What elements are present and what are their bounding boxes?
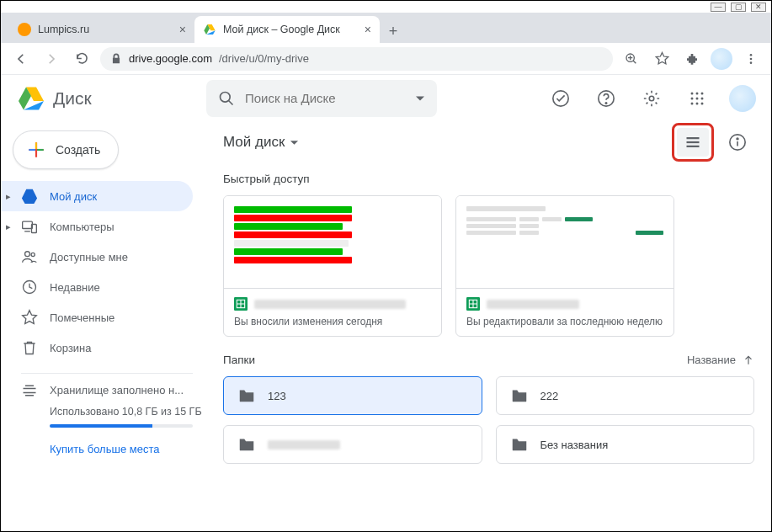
list-icon <box>684 135 701 150</box>
file-title-blurred <box>487 300 579 309</box>
folder-icon <box>510 435 529 454</box>
search-input[interactable] <box>245 91 405 105</box>
expand-icon[interactable]: ▸ <box>6 191 11 202</box>
svg-point-12 <box>691 97 694 99</box>
folder-name: Без названия <box>540 439 609 451</box>
nav-label: Мой диск <box>50 190 97 203</box>
nav-label: Доступные мне <box>50 251 128 263</box>
create-label: Создать <box>56 143 100 157</box>
nav-label: Компьютеры <box>50 221 114 233</box>
svg-point-7 <box>605 102 606 103</box>
account-avatar[interactable] <box>729 85 756 112</box>
tab-close-button[interactable]: × <box>365 23 371 36</box>
svg-point-4 <box>221 92 231 102</box>
lock-icon <box>110 53 122 65</box>
folder-item[interactable]: 222 <box>496 376 755 415</box>
browser-tab-lumpics[interactable]: Lumpics.ru × <box>9 16 194 43</box>
buy-storage-link[interactable]: Купить больше места <box>50 443 206 455</box>
svg-point-30 <box>737 138 738 140</box>
expand-icon[interactable]: ▸ <box>6 221 11 232</box>
chevron-down-icon <box>290 138 299 147</box>
settings-button[interactable] <box>635 82 668 115</box>
svg-rect-27 <box>687 141 700 143</box>
svg-point-16 <box>696 102 699 104</box>
cloud-icon <box>21 382 38 399</box>
tab-title: Lumpics.ru <box>38 24 89 35</box>
sheets-icon <box>234 297 248 311</box>
nav-label: Корзина <box>50 342 92 354</box>
window-maximize-button[interactable]: ▢ <box>731 3 746 12</box>
ready-offline-button[interactable] <box>544 82 578 115</box>
folder-item[interactable] <box>223 425 482 464</box>
breadcrumb[interactable]: Мой диск <box>223 134 299 151</box>
product-name: Диск <box>53 88 92 109</box>
sidebar-item-trash[interactable]: Корзина <box>1 332 193 363</box>
reload-button[interactable] <box>70 47 93 71</box>
window-close-button[interactable]: ✕ <box>751 3 766 12</box>
favicon-icon <box>18 23 31 36</box>
main-header: Мой диск <box>206 122 771 162</box>
plus-icon <box>25 139 47 161</box>
create-button[interactable]: Создать <box>13 130 119 169</box>
svg-point-3 <box>750 61 753 64</box>
url-path: /drive/u/0/my-drive <box>219 52 309 65</box>
svg-point-2 <box>750 57 753 60</box>
quick-subtitle: Вы редактировали за последнюю неделю <box>466 316 663 327</box>
sidebar-item-recent[interactable]: Недавние <box>1 272 193 302</box>
quick-access-card[interactable]: Вы вносили изменения сегодня <box>223 195 442 337</box>
star-icon <box>21 309 38 326</box>
svg-rect-18 <box>35 142 37 149</box>
sidebar-item-starred[interactable]: Помеченные <box>1 302 193 332</box>
devices-icon <box>21 218 38 235</box>
window-minimize-button[interactable]: — <box>711 3 726 12</box>
svg-point-9 <box>691 92 694 94</box>
profile-avatar[interactable] <box>711 48 732 70</box>
folder-item[interactable]: Без названия <box>496 425 755 464</box>
apps-button[interactable] <box>680 82 714 115</box>
folder-name-blurred <box>268 440 340 450</box>
folder-name: 123 <box>268 390 286 402</box>
sidebar-item-shared[interactable]: Доступные мне <box>1 242 193 272</box>
support-button[interactable] <box>589 82 623 115</box>
sort-by[interactable]: Название <box>687 354 754 366</box>
new-tab-button[interactable]: + <box>381 19 405 43</box>
drive-favicon-icon <box>203 23 216 36</box>
callout-highlight <box>672 123 714 162</box>
nav-label: Помеченные <box>50 311 114 324</box>
address-bar[interactable]: drive.google.com/drive/u/0/my-drive <box>100 47 613 71</box>
drive-logo-icon <box>16 83 46 114</box>
details-button[interactable] <box>721 125 754 159</box>
tab-close-button[interactable]: × <box>179 23 186 36</box>
svg-rect-19 <box>37 149 44 151</box>
sidebar-item-computers[interactable]: ▸ Компьютеры <box>1 211 193 242</box>
folder-icon <box>237 435 256 454</box>
storage-section[interactable]: Хранилище заполнено н... <box>1 382 206 399</box>
quick-access-label: Быстрый доступ <box>206 162 771 195</box>
sidebar: Создать ▸ Мой диск ▸ Компьютеры Доступны… <box>1 122 206 531</box>
svg-point-8 <box>649 96 654 101</box>
bookmark-button[interactable] <box>650 47 674 71</box>
back-button[interactable] <box>9 47 33 71</box>
forward-button[interactable] <box>40 47 63 71</box>
tab-title: Мой диск – Google Диск <box>223 24 340 35</box>
browser-tabstrip: Lumpics.ru × Мой диск – Google Диск × + <box>1 13 771 43</box>
svg-point-11 <box>701 92 704 94</box>
app-header: Диск <box>1 75 771 122</box>
extensions-button[interactable] <box>680 47 704 71</box>
svg-point-1 <box>750 54 753 56</box>
main-area: Мой диск Быстрый доступ <box>206 122 771 531</box>
svg-point-23 <box>25 252 30 257</box>
sidebar-item-mydrive[interactable]: ▸ Мой диск <box>1 181 193 211</box>
folder-item[interactable]: 123 <box>223 376 482 415</box>
list-view-button[interactable] <box>677 128 709 157</box>
folder-name: 222 <box>540 390 559 402</box>
storage-title: Хранилище заполнено н... <box>50 382 184 399</box>
browser-menu-button[interactable] <box>739 47 763 71</box>
search-box[interactable] <box>206 80 437 117</box>
zoom-button[interactable] <box>620 47 643 71</box>
quick-access-card[interactable]: Вы редактировали за последнюю неделю <box>455 195 674 337</box>
storage-used: Использовано 10,8 ГБ из 15 ГБ <box>50 406 206 418</box>
svg-point-13 <box>696 97 699 99</box>
browser-tab-drive[interactable]: Мой диск – Google Диск × <box>194 16 380 43</box>
chevron-down-icon[interactable] <box>415 93 425 104</box>
